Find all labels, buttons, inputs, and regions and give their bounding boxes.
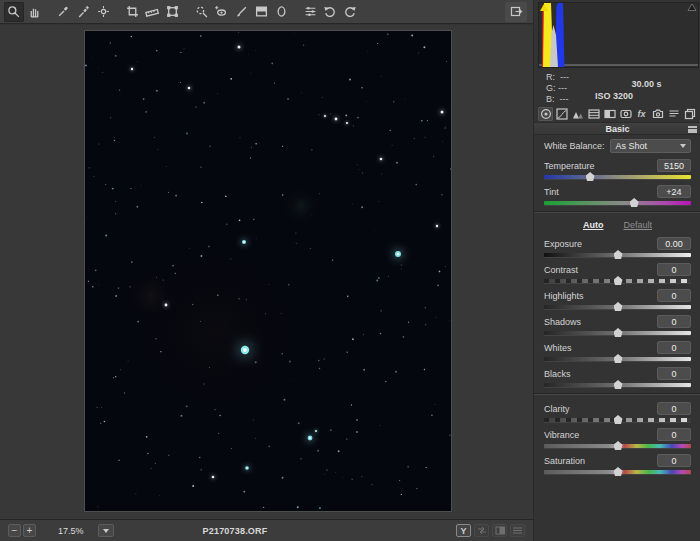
basic-controls: White Balance: As Shot Temperature 5150 … bbox=[544, 139, 691, 480]
whites-label: Whites bbox=[544, 343, 572, 353]
toolbar bbox=[0, 0, 533, 24]
before-after-copy-button[interactable] bbox=[492, 524, 507, 537]
exposure-slider[interactable] bbox=[544, 253, 691, 257]
slider-group-3: Clarity 0 Vibrance 0 Saturation 0 bbox=[544, 402, 691, 474]
contrast-value[interactable]: 0 bbox=[657, 263, 691, 276]
temperature-value[interactable]: 5150 bbox=[657, 159, 691, 172]
preferences-tool[interactable] bbox=[300, 2, 320, 22]
blacks-slider-handle[interactable] bbox=[614, 380, 623, 389]
exposure-slider-handle[interactable] bbox=[614, 250, 623, 259]
before-after-buttons: Y bbox=[456, 524, 525, 537]
tab-detail[interactable] bbox=[570, 107, 585, 121]
zoom-level: 17.5% bbox=[50, 525, 92, 537]
temperature-label: Temperature bbox=[544, 161, 595, 171]
white-balance-select[interactable]: As Shot bbox=[610, 139, 691, 153]
transform-tool[interactable] bbox=[162, 2, 182, 22]
crop-tool[interactable] bbox=[122, 2, 142, 22]
blacks-slider[interactable] bbox=[544, 383, 691, 387]
clarity-slider[interactable] bbox=[544, 418, 691, 422]
panel-title: Basic bbox=[534, 124, 700, 134]
tab-lens-corrections[interactable] bbox=[618, 107, 633, 121]
before-after-options-button[interactable] bbox=[510, 524, 525, 537]
copy-settings-icon bbox=[495, 526, 505, 535]
temperature-slider[interactable] bbox=[544, 175, 691, 179]
tab-camera-calibration[interactable] bbox=[650, 107, 665, 121]
slider-row-vibrance: Vibrance 0 bbox=[544, 428, 691, 448]
hand-tool[interactable] bbox=[24, 2, 44, 22]
auto-link[interactable]: Auto bbox=[583, 220, 604, 230]
radial-filter-tool[interactable] bbox=[271, 2, 291, 22]
tab-tone-curve[interactable] bbox=[554, 107, 569, 121]
graduated-filter-tool[interactable] bbox=[251, 2, 271, 22]
straighten-tool[interactable] bbox=[142, 2, 162, 22]
whites-slider[interactable] bbox=[544, 357, 691, 361]
spot-removal-tool[interactable] bbox=[191, 2, 211, 22]
highlight-clipping-indicator[interactable] bbox=[688, 4, 696, 11]
zoom-out-button[interactable]: − bbox=[8, 524, 21, 537]
saturation-slider-handle[interactable] bbox=[614, 467, 623, 476]
divider bbox=[534, 393, 700, 395]
slider-row-blacks: Blacks 0 bbox=[544, 367, 691, 387]
zoom-tool[interactable] bbox=[4, 2, 24, 22]
slider-row-saturation: Saturation 0 bbox=[544, 454, 691, 474]
vibrance-value[interactable]: 0 bbox=[657, 428, 691, 441]
tint-value[interactable]: +24 bbox=[657, 185, 691, 198]
vibrance-slider-handle[interactable] bbox=[614, 441, 623, 450]
default-link[interactable]: Default bbox=[623, 220, 652, 230]
tint-slider-handle[interactable] bbox=[630, 198, 639, 207]
photo[interactable] bbox=[84, 30, 452, 512]
tint-label: Tint bbox=[544, 187, 559, 197]
blacks-label: Blacks bbox=[544, 369, 571, 379]
saturation-slider[interactable] bbox=[544, 470, 691, 474]
shadows-slider-handle[interactable] bbox=[614, 328, 623, 337]
panel-menu-icon[interactable] bbox=[688, 126, 697, 133]
swap-icon bbox=[477, 526, 487, 535]
color-sampler-tool[interactable] bbox=[73, 2, 93, 22]
tab-hsl-grayscale[interactable] bbox=[586, 107, 601, 121]
clarity-label: Clarity bbox=[544, 404, 570, 414]
vibrance-slider[interactable] bbox=[544, 444, 691, 448]
targeted-adjustment-tool[interactable] bbox=[93, 2, 113, 22]
tab-effects[interactable]: fx bbox=[634, 107, 649, 121]
whites-slider-handle[interactable] bbox=[614, 354, 623, 363]
adjustment-brush-tool[interactable] bbox=[231, 2, 251, 22]
white-balance-tool[interactable] bbox=[53, 2, 73, 22]
tab-presets[interactable] bbox=[666, 107, 681, 121]
tab-basic[interactable] bbox=[538, 107, 553, 121]
zoom-in-button[interactable]: + bbox=[23, 524, 36, 537]
red-eye-tool[interactable] bbox=[211, 2, 231, 22]
before-after-cycle-button[interactable]: Y bbox=[456, 524, 471, 537]
contrast-slider[interactable] bbox=[544, 279, 691, 283]
slider-group-1: Temperature 5150 Tint +24 bbox=[544, 159, 691, 205]
highlights-label: Highlights bbox=[544, 291, 584, 301]
menu-lines-icon bbox=[512, 526, 523, 535]
rotate-ccw-tool[interactable] bbox=[320, 2, 340, 22]
clarity-slider-handle[interactable] bbox=[614, 415, 623, 424]
basic-panel-header: Basic bbox=[534, 122, 700, 135]
slider-group-2: Exposure 0.00 Contrast 0 Highlights 0 Sh… bbox=[544, 237, 691, 387]
whites-value[interactable]: 0 bbox=[657, 341, 691, 354]
slider-row-clarity: Clarity 0 bbox=[544, 402, 691, 422]
highlights-value[interactable]: 0 bbox=[657, 289, 691, 302]
tint-slider[interactable] bbox=[544, 201, 691, 205]
highlights-slider[interactable] bbox=[544, 305, 691, 309]
saturation-value[interactable]: 0 bbox=[657, 454, 691, 467]
filename: P2170738.ORF bbox=[160, 526, 310, 536]
contrast-slider-handle[interactable] bbox=[614, 276, 623, 285]
before-after-swap-button[interactable] bbox=[474, 524, 489, 537]
shadows-value[interactable]: 0 bbox=[657, 315, 691, 328]
blacks-value[interactable]: 0 bbox=[657, 367, 691, 380]
zoom-level-dropdown[interactable] bbox=[98, 524, 114, 537]
photo-canvas[interactable] bbox=[85, 31, 451, 511]
white-balance-label: White Balance: bbox=[544, 141, 605, 151]
tab-split-toning[interactable] bbox=[602, 107, 617, 121]
fullscreen-icon bbox=[510, 5, 523, 18]
rotate-cw-tool[interactable] bbox=[340, 2, 360, 22]
toggle-fullscreen-button[interactable] bbox=[505, 2, 527, 22]
tab-snapshots[interactable] bbox=[682, 107, 697, 121]
shadows-slider[interactable] bbox=[544, 331, 691, 335]
temperature-slider-handle[interactable] bbox=[586, 172, 595, 181]
highlights-slider-handle[interactable] bbox=[614, 302, 623, 311]
clarity-value[interactable]: 0 bbox=[657, 402, 691, 415]
exposure-value[interactable]: 0.00 bbox=[657, 237, 691, 250]
